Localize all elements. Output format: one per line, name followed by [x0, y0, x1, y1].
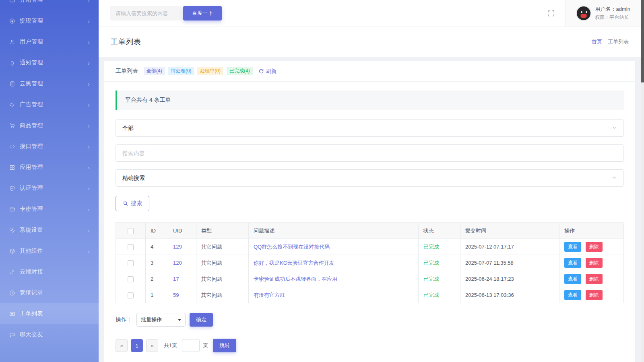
mode-select[interactable]: 精确搜索 — [116, 169, 624, 187]
page-1-button[interactable]: 1 — [131, 339, 143, 352]
row-checkbox[interactable] — [128, 260, 134, 266]
cell-type: 其它问题 — [196, 271, 249, 287]
sidebar-item-label: 竞猜记录 — [20, 289, 90, 296]
chevron-right-icon — [88, 185, 90, 192]
sidebar-item-substation[interactable]: 分站管理 — [0, 0, 99, 10]
vertical-scrollbar[interactable] — [641, 0, 644, 362]
select-all-checkbox[interactable] — [128, 228, 134, 234]
cell-id: 3 — [146, 255, 168, 271]
page-jump-input[interactable] — [182, 339, 200, 352]
sidebar-item-cloud[interactable]: 云端对接 — [0, 261, 99, 282]
sidebar-item-withdraw[interactable]: 提现管理 — [0, 10, 99, 31]
cell-id: 1 — [146, 287, 168, 303]
cell-type: 其它问题 — [196, 287, 249, 303]
prev-page-button[interactable]: « — [116, 339, 128, 352]
sidebar-item-records[interactable]: 竞猜记录 — [0, 282, 99, 303]
global-search-input[interactable] — [110, 6, 182, 21]
chevron-right-icon — [88, 248, 90, 255]
filter-done-badge[interactable]: 已完成(4) — [227, 67, 253, 76]
cell-uid-link[interactable]: 120 — [168, 255, 196, 271]
sidebar-item-notice[interactable]: 通知管理 — [0, 52, 99, 73]
refresh-button[interactable]: 刷新 — [258, 68, 277, 75]
table-header-row: ID UID 类型 问题描述 状态 提交时间 操作 — [116, 223, 624, 239]
sidebar-item-label: 系统设置 — [20, 226, 83, 234]
sidebar-item-workorders[interactable]: 工单列表 — [0, 303, 99, 324]
workorder-table: ID UID 类型 问题描述 状态 提交时间 操作 4 129 其它问题 — [116, 222, 624, 303]
sidebar-item-cardkey[interactable]: 卡密管理 — [0, 199, 99, 220]
clock-icon — [9, 290, 15, 296]
users-icon — [9, 39, 15, 45]
page-title: 工单列表 — [111, 37, 141, 47]
cell-uid-link[interactable]: 59 — [168, 287, 196, 303]
row-checkbox[interactable] — [128, 276, 134, 282]
sidebar-item-blacklist[interactable]: 云黑管理 — [0, 73, 99, 94]
sidebar-item-chat[interactable]: 聊天交友 — [0, 324, 99, 345]
row-checkbox[interactable] — [128, 244, 134, 250]
search-icon — [123, 201, 128, 206]
topbar: 百度一下 用户名：admin 权限：平台站长 — [99, 0, 641, 27]
view-button[interactable]: 查看 — [564, 258, 581, 268]
gear-icon — [9, 227, 15, 233]
col-header-status: 状态 — [419, 223, 460, 239]
sidebar-item-ads[interactable]: 广告管理 — [0, 94, 99, 115]
chat-bubble-icon — [9, 331, 15, 338]
delete-button[interactable]: 删除 — [586, 258, 603, 268]
filter-processing-badge[interactable]: 处理中(0) — [197, 67, 223, 76]
view-button[interactable]: 查看 — [564, 274, 581, 284]
sidebar-item-auth[interactable]: 认证管理 — [0, 178, 99, 199]
chevron-down-icon — [612, 175, 617, 181]
page-jump-button[interactable]: 跳转 — [213, 339, 236, 352]
sidebar-item-settings[interactable]: 系统设置 — [0, 220, 99, 241]
search-button[interactable]: 搜索 — [116, 196, 149, 211]
chevron-right-icon — [88, 101, 90, 108]
sidebar-item-apps[interactable]: 应用管理 — [0, 157, 99, 178]
batch-actions: 操作： 批量操作 确定 — [116, 313, 624, 327]
cell-desc-link[interactable]: 卡密验证成功后不跳转界面，在应用 — [249, 271, 419, 287]
cell-time: 2025-07-12 07:17:17 — [460, 239, 559, 255]
keyword-input[interactable] — [122, 150, 617, 156]
sidebar-item-goods[interactable]: 商品管理 — [0, 115, 99, 136]
sidebar-item-components[interactable]: 其他组件 — [0, 241, 99, 261]
cell-uid-link[interactable]: 17 — [168, 271, 196, 287]
col-header-time: 提交时间 — [460, 223, 559, 239]
filter-pending-badge[interactable]: 待处理(0) — [168, 67, 194, 76]
sidebar-item-users[interactable]: 用户管理 — [0, 31, 99, 52]
sidebar-item-label: 通知管理 — [20, 59, 83, 66]
fullscreen-icon[interactable] — [547, 10, 555, 17]
chevron-down-icon — [178, 319, 181, 321]
delete-button[interactable]: 删除 — [586, 242, 603, 252]
delete-button[interactable]: 删除 — [586, 290, 603, 300]
bell-icon — [9, 60, 15, 66]
table-row: 2 17 其它问题 卡密验证成功后不跳转界面，在应用 已完成 2025-06-2… — [116, 271, 624, 287]
delete-button[interactable]: 删除 — [586, 274, 603, 284]
type-select[interactable]: 全部 — [116, 119, 624, 137]
row-checkbox[interactable] — [128, 292, 134, 298]
filter-all-badge[interactable]: 全部(4) — [144, 67, 165, 76]
cell-desc-link[interactable]: 你好，我是KG云验证官方合作开发 — [249, 255, 419, 271]
sidebar-item-label: 用户管理 — [20, 38, 83, 45]
baidu-search-button[interactable]: 百度一下 — [183, 6, 222, 21]
breadcrumb-home[interactable]: 首页 — [592, 38, 602, 45]
sidebar-item-api[interactable]: 接口管理 — [0, 136, 99, 157]
next-page-button[interactable]: » — [146, 339, 158, 352]
batch-select[interactable]: 批量操作 — [136, 313, 186, 327]
scrollbar-thumb[interactable] — [641, 0, 644, 82]
card-icon — [9, 206, 15, 212]
chevron-right-icon — [88, 143, 90, 150]
cell-uid-link[interactable]: 129 — [168, 239, 196, 255]
table-row: 4 129 其它问题 QQ群怎么搜不到现在没对接代码 已完成 2025-07-1… — [116, 239, 624, 255]
view-button[interactable]: 查看 — [564, 242, 581, 252]
mode-select-value: 精确搜索 — [122, 175, 145, 182]
chevron-right-icon — [88, 39, 90, 45]
main-area: 百度一下 用户名：admin 权限：平台站长 工单列表 首页 工单列表 工单列表… — [99, 0, 641, 362]
cell-desc-link[interactable]: 有没有官方群 — [249, 287, 419, 303]
cell-id: 2 — [146, 271, 168, 287]
chevron-right-icon — [88, 18, 90, 25]
user-menu[interactable]: 用户名：admin 权限：平台站长 — [565, 0, 641, 27]
view-button[interactable]: 查看 — [564, 290, 581, 300]
cell-desc-link[interactable]: QQ群怎么搜不到现在没对接代码 — [249, 239, 419, 255]
cell-status: 已完成 — [419, 287, 460, 303]
chevron-right-icon — [88, 122, 90, 129]
batch-confirm-button[interactable]: 确定 — [190, 313, 213, 327]
megaphone-icon — [9, 101, 15, 108]
